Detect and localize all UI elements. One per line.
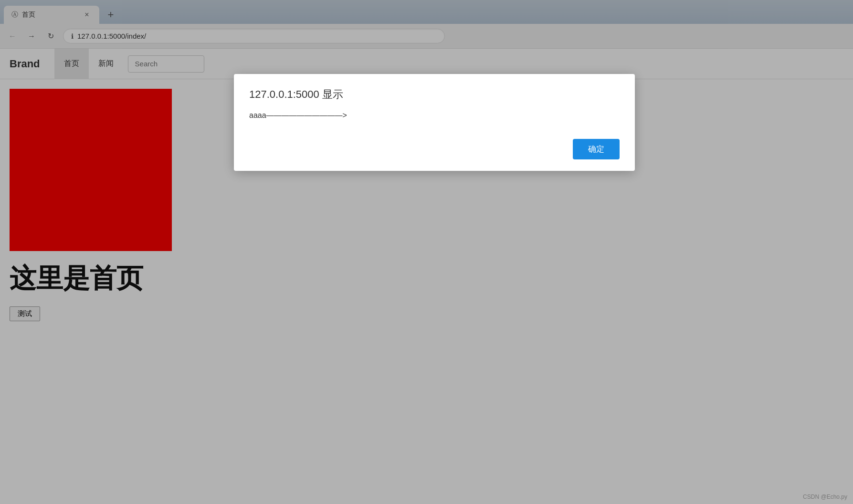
- alert-dialog: 127.0.0.1:5000 显示 aaaa——————————> 确定: [234, 74, 635, 171]
- alert-footer: 确定: [249, 139, 620, 159]
- alert-title: 127.0.0.1:5000 显示: [249, 87, 620, 102]
- alert-message: aaaa——————————>: [249, 111, 620, 120]
- alert-confirm-button[interactable]: 确定: [573, 139, 620, 159]
